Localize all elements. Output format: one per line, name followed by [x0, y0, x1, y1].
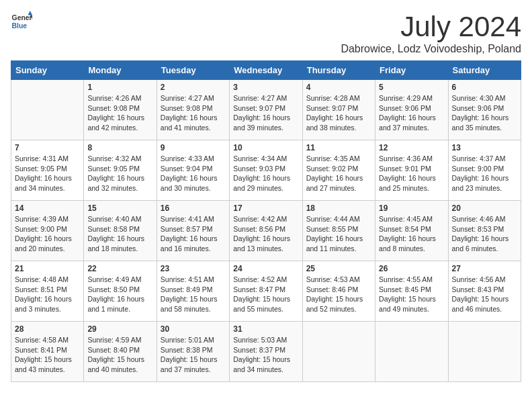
day-info: Sunrise: 4:42 AM Sunset: 8:56 PM Dayligh… — [233, 214, 298, 254]
day-info: Sunrise: 4:37 AM Sunset: 9:00 PM Dayligh… — [452, 154, 517, 193]
location-title: Dabrowice, Lodz Voivodeship, Poland — [341, 43, 521, 55]
calendar-cell: 11Sunrise: 4:35 AM Sunset: 9:02 PM Dayli… — [302, 140, 375, 201]
weekday-header-friday: Friday — [375, 61, 448, 80]
day-number: 6 — [452, 83, 517, 92]
day-info: Sunrise: 4:55 AM Sunset: 8:45 PM Dayligh… — [379, 275, 444, 314]
calendar-week-2: 7Sunrise: 4:31 AM Sunset: 9:05 PM Daylig… — [11, 140, 521, 201]
day-info: Sunrise: 4:27 AM Sunset: 9:07 PM Dayligh… — [233, 93, 298, 133]
logo-icon: General Blue — [11, 11, 32, 32]
day-number: 21 — [15, 264, 80, 273]
day-info: Sunrise: 4:35 AM Sunset: 9:02 PM Dayligh… — [306, 154, 371, 193]
calendar-week-5: 28Sunrise: 4:58 AM Sunset: 8:41 PM Dayli… — [11, 322, 521, 382]
calendar-table: SundayMondayTuesdayWednesdayThursdayFrid… — [11, 60, 521, 382]
calendar-cell: 7Sunrise: 4:31 AM Sunset: 9:05 PM Daylig… — [11, 140, 84, 201]
calendar-week-3: 14Sunrise: 4:39 AM Sunset: 9:00 PM Dayli… — [11, 201, 521, 261]
day-number: 3 — [233, 83, 298, 92]
day-info: Sunrise: 4:26 AM Sunset: 9:08 PM Dayligh… — [87, 93, 152, 133]
day-info: Sunrise: 4:44 AM Sunset: 8:55 PM Dayligh… — [306, 214, 371, 254]
day-number: 18 — [306, 203, 371, 213]
day-number: 12 — [379, 143, 444, 152]
weekday-header-saturday: Saturday — [448, 61, 521, 80]
calendar-cell: 19Sunrise: 4:45 AM Sunset: 8:54 PM Dayli… — [375, 201, 448, 261]
calendar-cell — [375, 322, 448, 382]
day-number: 15 — [87, 203, 152, 213]
calendar-cell: 6Sunrise: 4:30 AM Sunset: 9:06 PM Daylig… — [448, 80, 521, 140]
title-area: July 2024 Dabrowice, Lodz Voivodeship, P… — [341, 11, 521, 55]
svg-text:General: General — [12, 14, 32, 21]
day-info: Sunrise: 4:33 AM Sunset: 9:04 PM Dayligh… — [161, 154, 226, 193]
day-number: 10 — [233, 143, 298, 152]
day-info: Sunrise: 4:28 AM Sunset: 9:07 PM Dayligh… — [306, 93, 371, 133]
calendar-cell: 30Sunrise: 5:01 AM Sunset: 8:38 PM Dayli… — [157, 322, 229, 382]
day-number: 1 — [87, 83, 152, 92]
day-info: Sunrise: 4:39 AM Sunset: 9:00 PM Dayligh… — [15, 214, 80, 254]
day-info: Sunrise: 4:46 AM Sunset: 8:53 PM Dayligh… — [452, 214, 517, 254]
day-info: Sunrise: 4:29 AM Sunset: 9:06 PM Dayligh… — [379, 93, 444, 133]
calendar-cell: 21Sunrise: 4:48 AM Sunset: 8:51 PM Dayli… — [11, 261, 84, 322]
calendar-cell: 8Sunrise: 4:32 AM Sunset: 9:05 PM Daylig… — [84, 140, 157, 201]
calendar-cell: 27Sunrise: 4:56 AM Sunset: 8:43 PM Dayli… — [448, 261, 521, 322]
day-info: Sunrise: 4:59 AM Sunset: 8:40 PM Dayligh… — [87, 335, 152, 375]
weekday-header-tuesday: Tuesday — [157, 61, 229, 80]
day-info: Sunrise: 4:58 AM Sunset: 8:41 PM Dayligh… — [15, 335, 80, 375]
calendar-cell: 3Sunrise: 4:27 AM Sunset: 9:07 PM Daylig… — [230, 80, 302, 140]
calendar-cell — [302, 322, 375, 382]
day-number: 13 — [452, 143, 517, 152]
day-number: 22 — [87, 264, 152, 273]
calendar-cell: 29Sunrise: 4:59 AM Sunset: 8:40 PM Dayli… — [84, 322, 157, 382]
calendar-cell: 14Sunrise: 4:39 AM Sunset: 9:00 PM Dayli… — [11, 201, 84, 261]
calendar-cell: 22Sunrise: 4:49 AM Sunset: 8:50 PM Dayli… — [84, 261, 157, 322]
day-number: 17 — [233, 203, 298, 213]
day-number: 27 — [452, 264, 517, 273]
svg-text:Blue: Blue — [12, 22, 28, 30]
day-number: 24 — [233, 264, 298, 273]
day-number: 7 — [15, 143, 80, 152]
calendar-cell: 5Sunrise: 4:29 AM Sunset: 9:06 PM Daylig… — [375, 80, 448, 140]
calendar-cell: 18Sunrise: 4:44 AM Sunset: 8:55 PM Dayli… — [302, 201, 375, 261]
calendar-week-4: 21Sunrise: 4:48 AM Sunset: 8:51 PM Dayli… — [11, 261, 521, 322]
logo: General Blue — [11, 11, 32, 32]
day-info: Sunrise: 4:40 AM Sunset: 8:58 PM Dayligh… — [87, 214, 152, 254]
day-info: Sunrise: 4:36 AM Sunset: 9:01 PM Dayligh… — [379, 154, 444, 193]
calendar-cell: 26Sunrise: 4:55 AM Sunset: 8:45 PM Dayli… — [375, 261, 448, 322]
calendar-cell: 2Sunrise: 4:27 AM Sunset: 9:08 PM Daylig… — [157, 80, 229, 140]
calendar-cell: 12Sunrise: 4:36 AM Sunset: 9:01 PM Dayli… — [375, 140, 448, 201]
calendar-week-1: 1Sunrise: 4:26 AM Sunset: 9:08 PM Daylig… — [11, 80, 521, 140]
day-info: Sunrise: 4:52 AM Sunset: 8:47 PM Dayligh… — [233, 275, 298, 314]
day-number: 2 — [161, 83, 226, 92]
weekday-header-thursday: Thursday — [302, 61, 375, 80]
day-info: Sunrise: 4:41 AM Sunset: 8:57 PM Dayligh… — [161, 214, 226, 254]
day-info: Sunrise: 5:03 AM Sunset: 8:37 PM Dayligh… — [233, 335, 298, 375]
calendar-cell: 17Sunrise: 4:42 AM Sunset: 8:56 PM Dayli… — [230, 201, 302, 261]
day-info: Sunrise: 4:34 AM Sunset: 9:03 PM Dayligh… — [233, 154, 298, 193]
weekday-header-monday: Monday — [84, 61, 157, 80]
calendar-cell: 24Sunrise: 4:52 AM Sunset: 8:47 PM Dayli… — [230, 261, 302, 322]
day-number: 30 — [161, 324, 226, 334]
calendar-cell — [448, 322, 521, 382]
weekday-header-sunday: Sunday — [11, 61, 84, 80]
calendar-cell: 25Sunrise: 4:53 AM Sunset: 8:46 PM Dayli… — [302, 261, 375, 322]
month-title: July 2024 — [341, 11, 521, 43]
calendar-cell: 4Sunrise: 4:28 AM Sunset: 9:07 PM Daylig… — [302, 80, 375, 140]
day-info: Sunrise: 4:30 AM Sunset: 9:06 PM Dayligh… — [452, 93, 517, 133]
day-number: 14 — [15, 203, 80, 213]
day-info: Sunrise: 4:31 AM Sunset: 9:05 PM Dayligh… — [15, 154, 80, 193]
calendar-cell: 20Sunrise: 4:46 AM Sunset: 8:53 PM Dayli… — [448, 201, 521, 261]
day-info: Sunrise: 4:56 AM Sunset: 8:43 PM Dayligh… — [452, 275, 517, 314]
calendar-cell: 31Sunrise: 5:03 AM Sunset: 8:37 PM Dayli… — [230, 322, 302, 382]
calendar-cell: 1Sunrise: 4:26 AM Sunset: 9:08 PM Daylig… — [84, 80, 157, 140]
day-number: 5 — [379, 83, 444, 92]
day-number: 11 — [306, 143, 371, 152]
day-info: Sunrise: 4:45 AM Sunset: 8:54 PM Dayligh… — [379, 214, 444, 254]
header: General Blue July 2024 Dabrowice, Lodz V… — [11, 11, 521, 55]
day-number: 23 — [161, 264, 226, 273]
calendar-cell: 13Sunrise: 4:37 AM Sunset: 9:00 PM Dayli… — [448, 140, 521, 201]
weekday-header-wednesday: Wednesday — [230, 61, 302, 80]
calendar-cell: 9Sunrise: 4:33 AM Sunset: 9:04 PM Daylig… — [157, 140, 229, 201]
day-info: Sunrise: 4:53 AM Sunset: 8:46 PM Dayligh… — [306, 275, 371, 314]
calendar-cell: 10Sunrise: 4:34 AM Sunset: 9:03 PM Dayli… — [230, 140, 302, 201]
day-number: 25 — [306, 264, 371, 273]
day-number: 19 — [379, 203, 444, 213]
calendar-cell: 28Sunrise: 4:58 AM Sunset: 8:41 PM Dayli… — [11, 322, 84, 382]
calendar-cell: 15Sunrise: 4:40 AM Sunset: 8:58 PM Dayli… — [84, 201, 157, 261]
